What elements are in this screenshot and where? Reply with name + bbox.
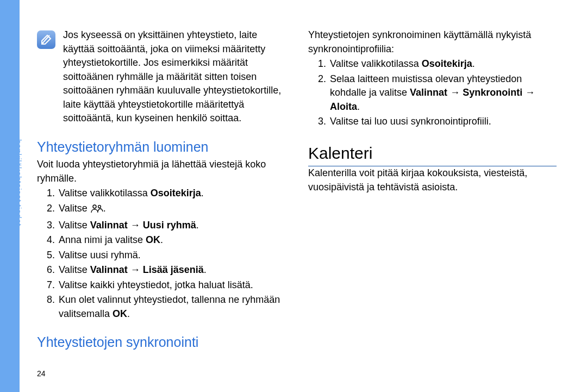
- page-content: Jos kyseessä on yksittäinen yhteystieto,…: [37, 28, 557, 372]
- list-item: Valitse Valinnat → Lisää jäseniä.: [58, 263, 285, 277]
- heading-sync: Yhteystietojen synkronointi: [37, 333, 285, 352]
- svg-point-0: [93, 205, 96, 208]
- sync-intro: Yhteystietojen synkronoiminen käyttämäll…: [308, 28, 557, 56]
- list-item: Valitse kaikki yhteystiedot, jotka halua…: [58, 278, 285, 293]
- list-item: Valitse valikkotilassa Osoitekirja.: [329, 57, 557, 71]
- heading-group-create: Yhteystietoryhmän luominen: [37, 138, 285, 157]
- page-number: 24: [37, 369, 46, 378]
- group-icon: [90, 203, 103, 217]
- list-item: Kun olet valinnut yhteystiedot, tallenna…: [58, 293, 285, 321]
- list-item: Anna nimi ja valitse OK.: [58, 233, 285, 247]
- group-steps: Valitse valikkotilassa Osoitekirja. Vali…: [37, 186, 285, 321]
- side-tab-label: henkilökohtaiset tiedot: [14, 139, 23, 226]
- group-intro: Voit luoda yhteystietoryhmiä ja lähettää…: [37, 158, 285, 185]
- sync-steps: Valitse valikkotilassa Osoitekirja. Sela…: [308, 57, 557, 129]
- manual-page: henkilökohtaiset tiedot Jos kyseessä on …: [0, 0, 587, 392]
- list-item: Valitse valikkotilassa Osoitekirja.: [58, 186, 285, 201]
- calendar-intro: Kalenterilla voit pitää kirjaa kokouksis…: [308, 166, 557, 194]
- list-item: Valitse .: [58, 202, 285, 217]
- list-item: Valitse tai luo uusi synkronointiprofiil…: [329, 115, 557, 129]
- list-item: Valitse Valinnat → Uusi ryhmä.: [58, 219, 285, 233]
- list-item: Selaa laitteen muistissa olevan yhteysti…: [329, 72, 557, 114]
- heading-calendar: Kalenteri: [308, 142, 557, 167]
- svg-point-1: [98, 206, 101, 208]
- list-item: Valitse uusi ryhmä.: [58, 248, 285, 263]
- note-block: Jos kyseessä on yksittäinen yhteystieto,…: [37, 28, 285, 126]
- note-icon: [37, 30, 55, 49]
- note-text: Jos kyseessä on yksittäinen yhteystieto,…: [63, 28, 285, 126]
